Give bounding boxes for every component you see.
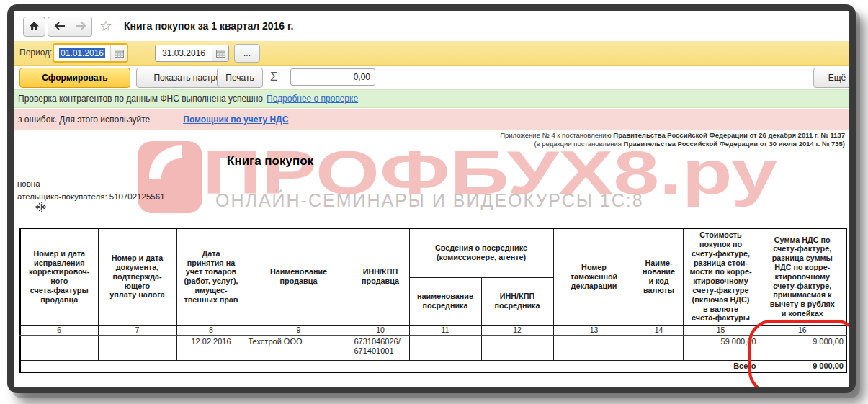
date-range-dash: — bbox=[141, 48, 150, 58]
buyer-name-partial: новна bbox=[17, 179, 40, 188]
action-toolbar: Сформировать Показать настройки Печать Σ… bbox=[14, 66, 849, 89]
fns-check-banner: Проверка контрагентов по данным ФНС выпо… bbox=[14, 89, 849, 108]
legal-line-2: (в редакции постановления Правительства … bbox=[500, 140, 845, 148]
header-col8: Дата принятия на учет товаров (работ, ус… bbox=[176, 228, 246, 325]
period-options-button[interactable]: ... bbox=[234, 44, 260, 63]
vat-helper-banner: з ошибок. Для этого используйте Помощник… bbox=[14, 109, 849, 130]
window-content: ☆ Книга покупок за 1 квартал 2016 г. Пер… bbox=[14, 11, 849, 387]
header-col16: Сумма НДС по счету-фактуре, разница сумм… bbox=[759, 228, 846, 325]
cell-seller-name[interactable]: Техстрой ООО bbox=[246, 336, 352, 360]
calendar-icon[interactable] bbox=[110, 45, 127, 61]
forward-arrow-icon bbox=[75, 22, 86, 32]
cell-col12 bbox=[481, 336, 553, 360]
date-from-field[interactable]: 01.01.2016 bbox=[53, 43, 128, 63]
page-title: Книга покупок за 1 квартал 2016 г. bbox=[124, 20, 293, 32]
title-bar: ☆ Книга покупок за 1 квартал 2016 г. bbox=[14, 11, 849, 41]
date-to-value[interactable]: 31.03.2016 bbox=[156, 45, 212, 61]
header-col13: Номер таможенной декларации bbox=[553, 228, 635, 325]
cell-col7 bbox=[98, 336, 176, 360]
colnum-16: 16 bbox=[759, 325, 846, 336]
cell-col14 bbox=[635, 336, 683, 360]
header-col9: Наименование продавца bbox=[246, 228, 352, 325]
watermark-logo bbox=[138, 141, 202, 213]
header-col14: Наиме- нование и код валюты bbox=[635, 228, 683, 325]
header-col7: Номер и дата документа, подтвержда- ющег… bbox=[98, 228, 176, 325]
period-label: Период: bbox=[19, 48, 52, 58]
header-col10: ИНН/КПП продавца bbox=[352, 228, 409, 325]
vat-helper-text: з ошибок. Для этого используйте bbox=[18, 115, 150, 125]
print-button[interactable]: Печать bbox=[217, 68, 263, 88]
colnum-7: 7 bbox=[98, 325, 176, 336]
move-cursor-icon bbox=[35, 202, 46, 215]
total-row: Всего 9 000,00 bbox=[20, 360, 846, 372]
period-toolbar: Период: 01.01.2016 — 31.03.2016 .. bbox=[14, 41, 849, 66]
header-col12: ИНН/КПП посредника bbox=[481, 277, 553, 325]
more-button[interactable]: Ещё bbox=[813, 68, 849, 88]
forward-button[interactable] bbox=[69, 17, 92, 37]
cell-col6 bbox=[20, 336, 98, 360]
cell-purchase-sum[interactable]: 59 000,00 bbox=[683, 336, 759, 360]
colnum-10: 10 bbox=[352, 325, 409, 336]
back-button[interactable] bbox=[48, 17, 71, 37]
sum-field[interactable]: 0,00 bbox=[290, 68, 375, 86]
fns-check-text: Проверка контрагентов по данным ФНС выпо… bbox=[18, 94, 263, 104]
favorite-star-icon[interactable]: ☆ bbox=[99, 17, 112, 35]
cell-col11 bbox=[409, 336, 481, 360]
purchase-book-table: Номер и дата исправления корректировоч- … bbox=[19, 228, 847, 373]
report-area: Приложение № 4 к постановлению Правитель… bbox=[14, 130, 849, 387]
colnum-12: 12 bbox=[481, 325, 553, 336]
report-title: Книга покупок bbox=[227, 154, 313, 169]
header-col6: Номер и дата исправления корректировоч- … bbox=[20, 228, 98, 325]
back-arrow-icon bbox=[54, 22, 66, 32]
sigma-icon: Σ bbox=[270, 70, 278, 84]
colnum-6: 6 bbox=[20, 325, 98, 336]
date-to-field[interactable]: 31.03.2016 bbox=[155, 45, 229, 62]
cell-vat-sum[interactable]: 9 000,00 bbox=[759, 336, 846, 360]
colnum-15: 15 bbox=[683, 325, 759, 336]
home-icon bbox=[29, 21, 40, 33]
cell-accept-date[interactable]: 12.02.2016 bbox=[176, 336, 246, 360]
header-col15: Стоимость покупок по счету-фактуре, разн… bbox=[683, 228, 759, 325]
cell-col13 bbox=[553, 336, 635, 360]
application-window: ☆ Книга покупок за 1 квартал 2016 г. Пер… bbox=[7, 4, 856, 393]
generate-button[interactable]: Сформировать bbox=[19, 68, 130, 88]
legal-line-1: Приложение № 4 к постановлению Правитель… bbox=[500, 131, 845, 140]
header-group-intermediary: Сведения о посреднике (комиссионере, аге… bbox=[409, 228, 553, 277]
screenshot-stage: ☆ Книга покупок за 1 квартал 2016 г. Пер… bbox=[0, 0, 868, 404]
home-button[interactable] bbox=[23, 17, 45, 37]
watermark-subtitle: ОНЛАЙН-СЕМИНАРЫ И ВИДЕОКУРСЫ 1С:8 bbox=[215, 190, 644, 211]
vat-helper-link[interactable]: Помощник по учету НДС bbox=[183, 115, 288, 125]
colnum-9: 9 bbox=[246, 325, 352, 336]
colnum-14: 14 bbox=[635, 325, 683, 336]
fns-check-link[interactable]: Подробнее о проверке bbox=[267, 94, 358, 104]
total-label: Всего bbox=[20, 360, 759, 372]
buyer-inn-partial: ательщика-покупателя: 510702125561 bbox=[17, 192, 165, 201]
colnum-11: 11 bbox=[409, 325, 481, 336]
date-from-value[interactable]: 01.01.2016 bbox=[54, 45, 110, 61]
legal-reference: Приложение № 4 к постановлению Правитель… bbox=[500, 131, 845, 148]
colnum-13: 13 bbox=[553, 325, 635, 336]
cell-seller-inn[interactable]: 6731046026/ 671401001 bbox=[352, 336, 409, 360]
header-col11: наименование посредника bbox=[409, 277, 481, 325]
colnum-8: 8 bbox=[176, 325, 246, 336]
total-vat-value[interactable]: 9 000,00 bbox=[759, 360, 846, 372]
calendar-icon[interactable] bbox=[212, 45, 228, 61]
table-row: 12.02.2016 Техстрой ООО 6731046026/ 6714… bbox=[20, 336, 846, 360]
